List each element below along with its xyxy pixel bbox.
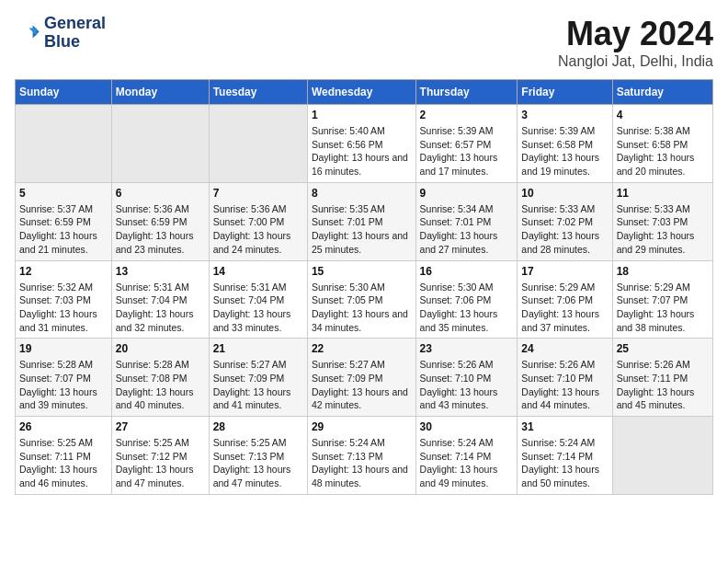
- day-number: 14: [213, 265, 303, 278]
- day-info: Sunrise: 5:26 AMSunset: 7:10 PMDaylight:…: [420, 358, 514, 412]
- day-number: 26: [19, 420, 108, 433]
- day-number: 28: [213, 420, 303, 433]
- week-row-4: 19 Sunrise: 5:28 AMSunset: 7:07 PMDaylig…: [16, 339, 713, 417]
- day-number: 13: [116, 265, 205, 278]
- day-number: 18: [617, 265, 709, 278]
- day-number: 11: [617, 187, 709, 200]
- weekday-header-tuesday: Tuesday: [209, 80, 307, 105]
- calendar-cell: 22 Sunrise: 5:27 AMSunset: 7:09 PMDaylig…: [307, 339, 415, 417]
- calendar-cell: 13 Sunrise: 5:31 AMSunset: 7:04 PMDaylig…: [111, 260, 209, 339]
- calendar-cell: 20 Sunrise: 5:28 AMSunset: 7:08 PMDaylig…: [111, 339, 209, 417]
- calendar-cell: 24 Sunrise: 5:26 AMSunset: 7:10 PMDaylig…: [518, 339, 612, 417]
- day-info: Sunrise: 5:28 AMSunset: 7:07 PMDaylight:…: [19, 358, 108, 412]
- calendar-cell: 15 Sunrise: 5:30 AMSunset: 7:05 PMDaylig…: [307, 260, 415, 339]
- day-number: 22: [312, 342, 412, 355]
- day-number: 12: [19, 265, 108, 278]
- weekday-header-friday: Friday: [518, 80, 612, 105]
- logo-text: General Blue: [44, 15, 106, 52]
- day-number: 27: [116, 420, 205, 433]
- title-area: May 2024 Nangloi Jat, Delhi, India: [558, 15, 713, 70]
- day-info: Sunrise: 5:34 AMSunset: 7:01 PMDaylight:…: [420, 202, 514, 257]
- calendar-cell: [16, 105, 112, 183]
- weekday-header-sunday: Sunday: [16, 80, 112, 105]
- day-number: 1: [312, 109, 412, 121]
- subtitle: Nangloi Jat, Delhi, India: [558, 53, 713, 70]
- day-number: 2: [420, 109, 514, 121]
- calendar-cell: [612, 417, 712, 495]
- logo: General Blue: [15, 15, 106, 52]
- day-number: 7: [213, 187, 303, 200]
- day-info: Sunrise: 5:28 AMSunset: 7:08 PMDaylight:…: [116, 358, 205, 412]
- day-number: 10: [521, 187, 608, 200]
- calendar-cell: 19 Sunrise: 5:28 AMSunset: 7:07 PMDaylig…: [16, 339, 112, 417]
- week-row-1: 1 Sunrise: 5:40 AMSunset: 6:56 PMDayligh…: [16, 105, 713, 183]
- day-info: Sunrise: 5:30 AMSunset: 7:06 PMDaylight:…: [420, 281, 514, 335]
- day-number: 21: [213, 342, 303, 355]
- calendar-cell: 30 Sunrise: 5:24 AMSunset: 7:14 PMDaylig…: [415, 417, 518, 495]
- day-info: Sunrise: 5:33 AMSunset: 7:02 PMDaylight:…: [521, 202, 608, 257]
- day-info: Sunrise: 5:25 AMSunset: 7:12 PMDaylight:…: [116, 436, 205, 490]
- calendar-cell: 10 Sunrise: 5:33 AMSunset: 7:02 PMDaylig…: [518, 182, 612, 260]
- day-info: Sunrise: 5:24 AMSunset: 7:13 PMDaylight:…: [312, 436, 412, 490]
- calendar-cell: 27 Sunrise: 5:25 AMSunset: 7:12 PMDaylig…: [111, 417, 209, 495]
- day-info: Sunrise: 5:36 AMSunset: 6:59 PMDaylight:…: [116, 202, 205, 257]
- weekday-header-saturday: Saturday: [612, 80, 712, 105]
- weekday-header-monday: Monday: [111, 80, 209, 105]
- calendar-cell: 31 Sunrise: 5:24 AMSunset: 7:14 PMDaylig…: [518, 417, 612, 495]
- calendar-cell: 17 Sunrise: 5:29 AMSunset: 7:06 PMDaylig…: [518, 260, 612, 339]
- main-title: May 2024: [558, 15, 713, 53]
- day-number: 19: [19, 342, 108, 355]
- day-number: 4: [617, 109, 709, 121]
- day-info: Sunrise: 5:31 AMSunset: 7:04 PMDaylight:…: [213, 281, 303, 335]
- day-number: 15: [312, 265, 412, 278]
- day-info: Sunrise: 5:30 AMSunset: 7:05 PMDaylight:…: [312, 281, 412, 335]
- day-info: Sunrise: 5:35 AMSunset: 7:01 PMDaylight:…: [312, 202, 412, 257]
- calendar-cell: 16 Sunrise: 5:30 AMSunset: 7:06 PMDaylig…: [415, 260, 518, 339]
- day-number: 29: [312, 420, 412, 433]
- day-info: Sunrise: 5:38 AMSunset: 6:58 PMDaylight:…: [617, 124, 709, 178]
- day-info: Sunrise: 5:26 AMSunset: 7:11 PMDaylight:…: [617, 358, 709, 412]
- calendar-cell: 28 Sunrise: 5:25 AMSunset: 7:13 PMDaylig…: [209, 417, 307, 495]
- calendar-table: SundayMondayTuesdayWednesdayThursdayFrid…: [15, 79, 713, 495]
- week-row-2: 5 Sunrise: 5:37 AMSunset: 6:59 PMDayligh…: [16, 182, 713, 260]
- day-number: 30: [420, 420, 514, 433]
- day-number: 25: [617, 342, 709, 355]
- day-info: Sunrise: 5:40 AMSunset: 6:56 PMDaylight:…: [312, 124, 412, 178]
- calendar-cell: 29 Sunrise: 5:24 AMSunset: 7:13 PMDaylig…: [307, 417, 415, 495]
- day-info: Sunrise: 5:31 AMSunset: 7:04 PMDaylight:…: [116, 281, 205, 335]
- day-number: 6: [116, 187, 205, 200]
- day-info: Sunrise: 5:24 AMSunset: 7:14 PMDaylight:…: [420, 436, 514, 490]
- day-info: Sunrise: 5:25 AMSunset: 7:11 PMDaylight:…: [19, 436, 108, 490]
- calendar-cell: 11 Sunrise: 5:33 AMSunset: 7:03 PMDaylig…: [612, 182, 712, 260]
- calendar-cell: 12 Sunrise: 5:32 AMSunset: 7:03 PMDaylig…: [16, 260, 112, 339]
- day-info: Sunrise: 5:39 AMSunset: 6:58 PMDaylight:…: [521, 124, 608, 178]
- day-info: Sunrise: 5:32 AMSunset: 7:03 PMDaylight:…: [19, 281, 108, 335]
- day-number: 20: [116, 342, 205, 355]
- calendar-cell: 5 Sunrise: 5:37 AMSunset: 6:59 PMDayligh…: [16, 182, 112, 260]
- calendar-cell: 4 Sunrise: 5:38 AMSunset: 6:58 PMDayligh…: [612, 105, 712, 183]
- week-row-3: 12 Sunrise: 5:32 AMSunset: 7:03 PMDaylig…: [16, 260, 713, 339]
- calendar-cell: 9 Sunrise: 5:34 AMSunset: 7:01 PMDayligh…: [415, 182, 518, 260]
- calendar-cell: 3 Sunrise: 5:39 AMSunset: 6:58 PMDayligh…: [518, 105, 612, 183]
- week-row-5: 26 Sunrise: 5:25 AMSunset: 7:11 PMDaylig…: [16, 417, 713, 495]
- day-number: 3: [521, 109, 608, 121]
- calendar-cell: 18 Sunrise: 5:29 AMSunset: 7:07 PMDaylig…: [612, 260, 712, 339]
- calendar-cell: 23 Sunrise: 5:26 AMSunset: 7:10 PMDaylig…: [415, 339, 518, 417]
- weekday-header-thursday: Thursday: [415, 80, 518, 105]
- day-info: Sunrise: 5:26 AMSunset: 7:10 PMDaylight:…: [521, 358, 608, 412]
- calendar-cell: 21 Sunrise: 5:27 AMSunset: 7:09 PMDaylig…: [209, 339, 307, 417]
- calendar-cell: 14 Sunrise: 5:31 AMSunset: 7:04 PMDaylig…: [209, 260, 307, 339]
- day-number: 31: [521, 420, 608, 433]
- day-info: Sunrise: 5:29 AMSunset: 7:07 PMDaylight:…: [617, 281, 709, 335]
- day-info: Sunrise: 5:39 AMSunset: 6:57 PMDaylight:…: [420, 124, 514, 178]
- day-number: 17: [521, 265, 608, 278]
- calendar-cell: 6 Sunrise: 5:36 AMSunset: 6:59 PMDayligh…: [111, 182, 209, 260]
- calendar-cell: 7 Sunrise: 5:36 AMSunset: 7:00 PMDayligh…: [209, 182, 307, 260]
- calendar-cell: 1 Sunrise: 5:40 AMSunset: 6:56 PMDayligh…: [307, 105, 415, 183]
- day-number: 24: [521, 342, 608, 355]
- day-info: Sunrise: 5:29 AMSunset: 7:06 PMDaylight:…: [521, 281, 608, 335]
- day-info: Sunrise: 5:27 AMSunset: 7:09 PMDaylight:…: [213, 358, 303, 412]
- day-number: 8: [312, 187, 412, 200]
- calendar-cell: [111, 105, 209, 183]
- day-info: Sunrise: 5:36 AMSunset: 7:00 PMDaylight:…: [213, 202, 303, 257]
